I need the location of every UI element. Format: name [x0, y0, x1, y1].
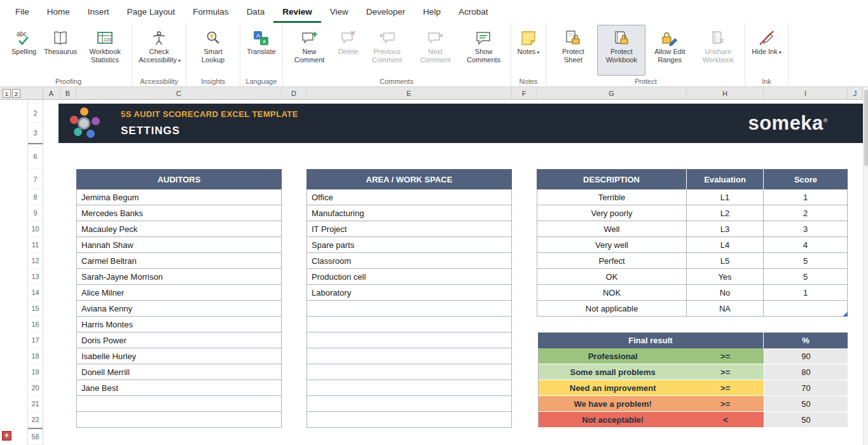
evaluation-cell[interactable]: L5 [687, 253, 764, 269]
description-cell[interactable]: Perfect [537, 253, 687, 269]
area-cell-empty[interactable] [307, 396, 512, 412]
description-cell[interactable]: Well [537, 221, 687, 237]
tab-home[interactable]: Home [38, 0, 79, 23]
result-percent-cell[interactable]: 90 [764, 348, 848, 364]
description-cell[interactable]: Not applicable [537, 301, 687, 317]
score-cell[interactable]: 1 [764, 189, 848, 205]
tab-acrobat[interactable]: Acrobat [450, 0, 497, 23]
column-header-g[interactable]: G [537, 87, 687, 99]
outline-level-2-button[interactable]: 2 [12, 89, 20, 98]
result-label-cell[interactable]: Professional [539, 348, 687, 364]
row-header-14[interactable]: 14 [28, 285, 43, 301]
tab-review[interactable]: Review [273, 0, 321, 23]
description-cell[interactable]: NOK [537, 285, 687, 301]
row-header-15[interactable]: 15 [28, 301, 43, 317]
sheet-grid[interactable]: 5S AUDIT SCORECARD EXCEL TEMPLATE SETTIN… [43, 100, 863, 445]
result-label-cell[interactable]: Need an improvement [539, 380, 687, 395]
unshare-workbook-button[interactable]: Unshare Workbook [694, 25, 742, 76]
allow-edit-ranges-button[interactable]: Allow Edit Ranges [645, 25, 694, 76]
description-cell[interactable]: Very poorly [537, 205, 687, 221]
tab-data[interactable]: Data [238, 0, 274, 23]
auditor-cell[interactable]: Alice Milner [76, 285, 282, 301]
row-header-3[interactable]: 3 [28, 123, 43, 143]
description-cell[interactable]: Terrible [537, 189, 687, 205]
auditor-cell[interactable]: Aviana Kenny [76, 301, 282, 317]
row-header-9[interactable]: 9 [28, 205, 43, 221]
previous-comment-button[interactable]: Previous Comment [363, 25, 411, 76]
row-header-58[interactable]: 58 [28, 429, 43, 445]
evaluation-cell[interactable]: L2 [687, 205, 764, 221]
auditor-cell[interactable]: Macauley Peck [76, 221, 282, 237]
area-cell-empty[interactable] [307, 317, 512, 332]
score-cell[interactable]: 3 [764, 221, 848, 237]
row-header-6[interactable]: 6 [28, 144, 43, 169]
score-cell[interactable]: 5 [764, 269, 848, 285]
evaluation-cell[interactable]: L4 [687, 237, 764, 253]
outline-expand-button[interactable]: + [2, 431, 11, 441]
auditor-cell[interactable]: Mercedes Banks [76, 205, 282, 221]
row-header-16[interactable]: 16 [28, 317, 43, 332]
auditor-cell[interactable]: Jemima Begum [76, 189, 282, 205]
protect-sheet-button[interactable]: Protect Sheet [549, 25, 597, 76]
translate-button[interactable]: Aa Translate [243, 25, 279, 76]
score-cell[interactable]: 2 [764, 205, 848, 221]
auditor-cell[interactable]: Donell Merrill [76, 364, 282, 380]
result-operator-cell[interactable]: >= [687, 348, 764, 364]
workbook-statistics-button[interactable]: 123 Workbook Statistics [81, 25, 129, 76]
description-cell[interactable]: OK [537, 269, 687, 285]
row-header-19[interactable]: 19 [28, 364, 43, 380]
tab-page-layout[interactable]: Page Layout [118, 0, 184, 23]
result-percent-cell[interactable]: 80 [764, 364, 848, 380]
auditor-cell[interactable]: Jane Best [76, 380, 282, 396]
area-cell[interactable]: Laboratory [307, 285, 512, 301]
column-header-e[interactable]: E [307, 87, 512, 99]
score-cell[interactable]: 4 [764, 237, 848, 253]
score-cell[interactable]: 5 [764, 253, 848, 269]
hide-ink-button[interactable]: Hide Ink [748, 25, 785, 76]
show-comments-button[interactable]: Show Comments [460, 25, 508, 76]
area-cell-empty[interactable] [307, 301, 512, 317]
column-header-j[interactable]: J [848, 87, 863, 99]
protect-workbook-button[interactable]: Protect Workbook [597, 25, 645, 76]
result-operator-cell[interactable]: < [687, 412, 764, 427]
area-cell[interactable]: IT Project [307, 221, 512, 237]
auditor-cell-empty[interactable] [76, 396, 282, 412]
outline-level-1-button[interactable]: 1 [3, 89, 11, 98]
result-operator-cell[interactable]: >= [687, 396, 764, 411]
row-header-8[interactable]: 8 [28, 189, 43, 205]
auditor-cell[interactable]: Isabelle Hurley [76, 348, 282, 364]
tab-formulas[interactable]: Formulas [184, 0, 237, 23]
area-cell[interactable]: Manufacturing [307, 205, 512, 221]
area-cell-empty[interactable] [307, 364, 512, 380]
result-percent-cell[interactable]: 50 [764, 412, 848, 428]
row-header-10[interactable]: 10 [28, 221, 43, 237]
area-cell[interactable]: Office [307, 189, 512, 205]
row-header-2[interactable]: 2 [28, 104, 43, 123]
row-header-22[interactable]: 22 [28, 412, 43, 428]
score-cell[interactable]: 1 [764, 285, 848, 301]
area-cell[interactable]: Classroom [307, 253, 512, 269]
thesaurus-button[interactable]: Thesaurus [40, 25, 81, 76]
evaluation-cell[interactable]: L3 [687, 221, 764, 237]
row-header-11[interactable]: 11 [28, 237, 43, 253]
score-cell[interactable] [764, 301, 848, 317]
vertical-scrollbar[interactable] [863, 87, 868, 445]
new-comment-button[interactable]: New Comment [286, 25, 334, 76]
row-header-13[interactable]: 13 [28, 269, 43, 285]
area-cell[interactable]: Spare parts [307, 237, 512, 253]
check-accessibility-button[interactable]: Check Accessibility [135, 25, 183, 76]
evaluation-cell[interactable]: NA [687, 301, 764, 317]
result-percent-cell[interactable]: 70 [764, 380, 848, 396]
column-header-h[interactable]: H [687, 87, 764, 99]
tab-help[interactable]: Help [414, 0, 450, 23]
column-header-f[interactable]: F [512, 87, 537, 99]
result-operator-cell[interactable]: >= [687, 380, 764, 395]
description-cell[interactable]: Very well [537, 237, 687, 253]
area-cell-empty[interactable] [307, 412, 512, 428]
row-header-17[interactable]: 17 [28, 332, 43, 348]
result-operator-cell[interactable]: >= [687, 364, 764, 380]
area-cell-empty[interactable] [307, 348, 512, 364]
result-percent-cell[interactable]: 50 [764, 396, 848, 412]
auditor-cell-empty[interactable] [76, 412, 282, 428]
column-header-b[interactable]: B [60, 87, 76, 99]
